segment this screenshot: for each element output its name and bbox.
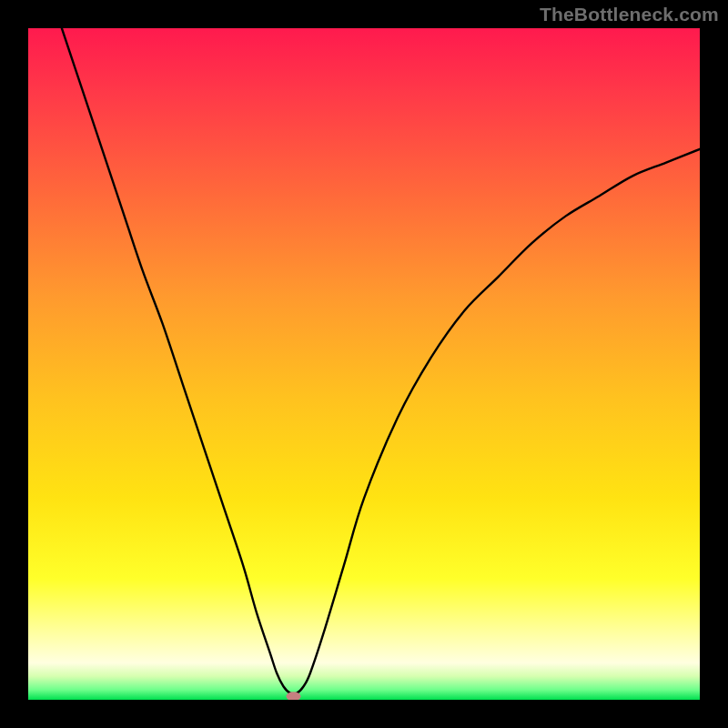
bottleneck-chart: [28, 28, 700, 700]
gradient-background: [28, 28, 700, 700]
watermark-text: TheBottleneck.com: [540, 4, 719, 25]
outer-frame: TheBottleneck.com: [0, 0, 728, 728]
